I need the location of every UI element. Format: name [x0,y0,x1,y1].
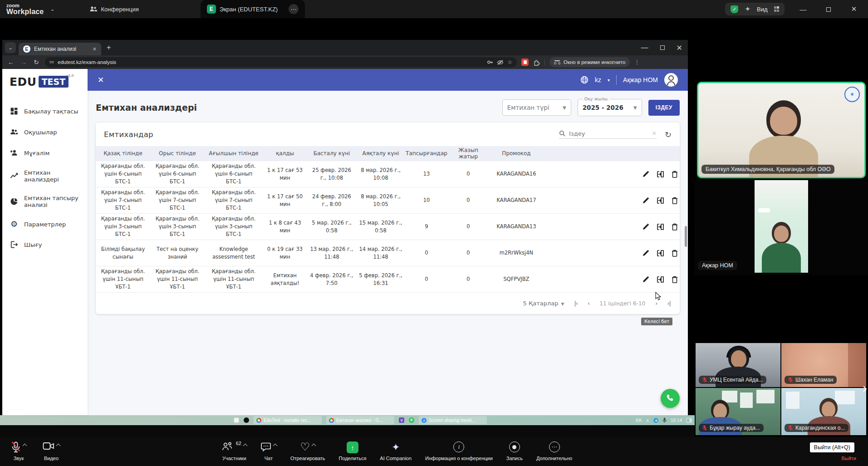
react-options-caret[interactable] [312,444,316,448]
tab-search-icon[interactable]: ⌄ [5,42,16,53]
leave-button[interactable]: Выйти Выйти (Alt+Q) [841,437,856,461]
adblock-extension-icon[interactable] [521,59,529,66]
tray-mic-icon[interactable] [662,417,667,423]
last-page-button[interactable]: ›| [667,300,671,307]
chevron-down-icon[interactable]: ▾ [608,78,610,83]
search-input[interactable] [569,130,648,137]
forward-icon[interactable]: → [20,59,28,66]
rows-per-page-select[interactable]: 5 Қатарлар▼ [523,300,564,307]
eye-hidden-icon[interactable] [497,59,504,65]
security-shield-icon[interactable]: ✓ [731,5,738,13]
video-options-caret[interactable] [56,444,61,448]
previous-page-button[interactable]: ‹ [588,300,589,307]
audio-button[interactable]: Звук [11,437,26,461]
react-button[interactable]: ♡ Отреагировать [290,437,325,461]
reload-icon[interactable]: ↻ [32,59,40,66]
open-exam-button[interactable] [657,223,664,231]
view-grid-icon[interactable] [774,6,780,12]
open-exam-button[interactable] [657,171,664,178]
meeting-info-button[interactable]: i Информация о конференции [425,437,493,461]
ai-companion-button[interactable]: ✦ AI Companion [380,437,412,461]
edit-exam-button[interactable] [642,171,649,178]
sidebar-item-logout[interactable]: Шығу [2,234,88,255]
extensions-puzzle-icon[interactable] [533,59,540,66]
browser-restore-button[interactable] [660,44,665,52]
v-app-icon[interactable]: V [399,417,404,423]
chevron-down-icon[interactable]: ⌄ [50,6,54,12]
new-tab-button[interactable]: + [107,44,111,52]
ai-sparkle-icon[interactable]: ✦ [745,5,750,13]
participant-video[interactable]: Бұқар жырау ауда... [696,388,780,435]
open-exam-button[interactable] [657,197,664,204]
tray-expand-icon[interactable]: ∧ [646,418,649,423]
tab-shared-screen[interactable]: E Экран (EDUTEST.KZ) ⋯ [201,0,305,18]
taskbar-window-analysis[interactable]: Емтихан анализі - G... [326,416,394,424]
bookmark-star-icon[interactable]: ☆ [507,59,512,65]
search-button[interactable]: ІЗДЕУ [648,100,680,116]
participants-button[interactable]: 62 Участники [222,437,247,461]
school-year-select[interactable]: Оқу жылы 2025 - 2026 ▼ [578,99,642,116]
table-search[interactable]: ✕ [559,130,657,139]
sidebar-item-teacher[interactable]: Мұғалім [2,142,88,163]
telegram-icon[interactable]: ◄ [653,418,658,423]
address-bar[interactable]: edutest.kz/exam-analysis ☆ [45,57,517,67]
page-scrollbar[interactable] [685,226,687,247]
first-page-button[interactable]: |‹ [574,300,578,307]
delete-exam-button[interactable] [672,197,678,204]
site-info-icon[interactable] [49,61,54,64]
audio-options-caret[interactable] [23,444,27,448]
chat-button[interactable]: Чат [260,437,277,461]
delete-exam-button[interactable] [672,171,678,178]
taskbar-window-edutest[interactable]: EduTest - онлайн тес... [254,416,322,424]
exam-type-select[interactable]: Емтихан түрі ▼ [502,99,571,116]
taskbar-window-zoom[interactable]: zScreen sharing meeti... [419,416,487,424]
next-page-button[interactable]: › [655,300,657,307]
edit-exam-button[interactable] [642,223,649,231]
open-exam-button[interactable] [657,250,664,257]
language-selector[interactable]: kz [595,76,601,83]
close-drawer-icon[interactable]: ✕ [98,75,104,85]
window-restore-button[interactable] [822,5,835,13]
whatsapp-button[interactable] [661,389,680,408]
pinned-video-zone[interactable]: Ақжар НОМ [695,180,868,275]
back-icon[interactable]: ← [7,59,15,66]
clear-search-icon[interactable]: ✕ [652,130,657,137]
refresh-icon[interactable]: ↻ [665,130,672,139]
whatsapp-taskbar-icon[interactable]: ✆ [409,417,414,423]
browser-close-button[interactable]: ✕ [677,44,682,52]
sidebar-item-students[interactable]: Оқушылар [2,122,88,142]
next-participants-chevron-icon[interactable]: › [863,381,867,395]
record-button[interactable]: Запись [506,437,523,461]
delete-exam-button[interactable] [672,250,678,257]
delete-exam-button[interactable] [672,223,678,231]
window-minimize-button[interactable]: — [796,5,810,13]
share-screen-button[interactable]: ↑ Поделиться [339,437,367,461]
tab-meeting[interactable]: Конференция [82,0,146,18]
user-avatar-icon[interactable] [664,73,678,87]
participant-video[interactable]: УМЦ Есентай Айда... [696,343,780,387]
browser-menu-icon[interactable]: ⋮ [634,59,640,65]
sidebar-item-settings[interactable]: ⚙ Параметрлер [2,214,88,234]
delete-exam-button[interactable] [672,276,678,283]
sidebar-item-exam-analysis[interactable]: Емтихан анализдері [2,163,88,189]
edit-exam-button[interactable] [642,276,649,283]
video-button[interactable]: Видео [43,437,60,461]
sidebar-item-exam-submission-analysis[interactable]: Емтихан тапсыру анализі [2,189,88,214]
view-label[interactable]: Вид [757,6,768,13]
edit-exam-button[interactable] [642,197,649,204]
window-close-button[interactable]: ✕ [847,5,861,13]
app-icon[interactable] [244,417,249,423]
participant-video[interactable]: Карагандинская о... [781,388,866,435]
password-key-icon[interactable] [487,59,493,65]
participant-video[interactable]: Шахан Еламан [781,343,866,387]
participants-options-caret[interactable] [243,444,247,448]
notification-panel-icon[interactable] [686,418,692,423]
file-explorer-icon[interactable] [234,417,239,423]
edit-exam-button[interactable] [642,250,649,257]
more-button[interactable]: ⋯ Дополнительно [536,437,572,461]
browser-minimize-button[interactable]: — [641,44,648,52]
browser-tab[interactable]: E Емтихан анализі ✕ [19,43,101,55]
tray-clock[interactable]: 16:14 [671,418,682,423]
current-user-name[interactable]: Ақжар НОМ [623,76,658,83]
active-speaker-video[interactable]: ❋ Бакиткул Химальдиновна, Қарағанды обл … [697,82,866,178]
